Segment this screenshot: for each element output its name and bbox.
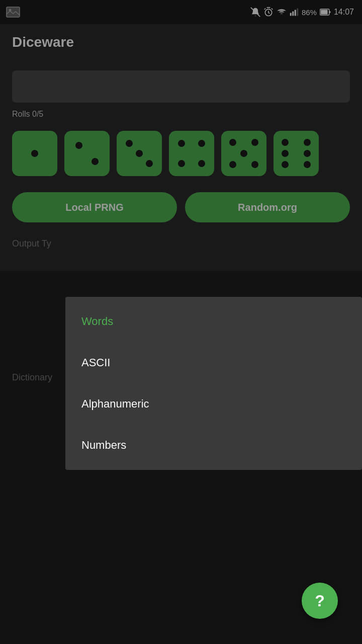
help-icon: ?: [315, 592, 325, 610]
help-fab[interactable]: ?: [302, 583, 338, 619]
dropdown-menu: Words ASCII Alphanumeric Numbers: [65, 297, 362, 470]
dropdown-item-alphanumeric[interactable]: Alphanumeric: [65, 383, 362, 425]
dropdown-item-ascii[interactable]: ASCII: [65, 342, 362, 383]
dropdown-item-numbers[interactable]: Numbers: [65, 425, 362, 466]
dropdown-item-words[interactable]: Words: [65, 301, 362, 342]
